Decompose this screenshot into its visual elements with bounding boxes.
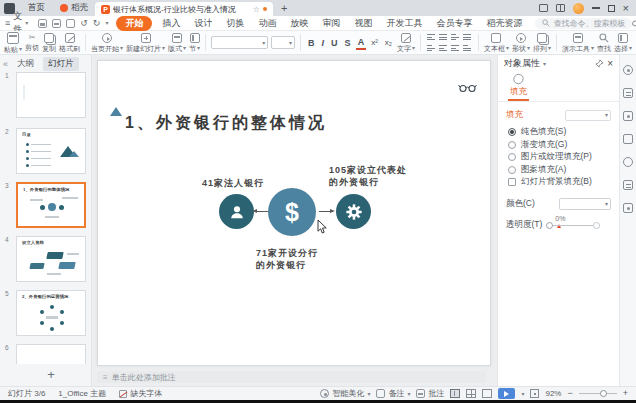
strikethrough-button[interactable]: S [343,37,353,49]
normal-view-button[interactable] [450,389,460,398]
justify-button[interactable] [462,32,473,42]
slide-thumbnail-4[interactable]: 设立人资格 [16,236,86,282]
label-corporate-banks[interactable]: 41家法人银行 [202,177,264,189]
close-button[interactable]: × [623,4,629,12]
underline-button[interactable]: U [329,37,340,49]
play-options-caret-icon[interactable]: ▾ [521,391,524,397]
bold-button[interactable]: B [306,37,317,49]
current-slide[interactable]: 1、外资银行的整体情况 41家法人银行 105家设立代表处 的外资银行 71家开… [97,60,491,366]
animation-pane-icon[interactable] [623,111,633,121]
font-size-select[interactable]: ▾ [271,36,295,49]
menu-tab-insert[interactable]: 插入 [155,17,187,30]
minimize-button[interactable] [592,7,600,9]
redo-icon[interactable]: ↻ [93,19,101,28]
maximize-button[interactable] [608,5,615,12]
align-left-button[interactable] [426,32,437,42]
color-select[interactable]: ▾ [559,198,611,210]
favorite-star-icon[interactable]: ☆ [253,5,260,14]
slide-accent-triangle[interactable] [110,107,122,116]
fill-tab[interactable]: 填充 [508,73,529,101]
slide-title[interactable]: 1、外资银行的整体情况 [125,113,327,134]
menu-tab-design[interactable]: 设计 [187,17,219,30]
quick-access-caret-icon[interactable]: ▾ [105,20,108,26]
presentation-tools-button[interactable]: 演示工具▾ [562,33,594,52]
slide-thumbnail-3-selected[interactable]: 1、外资银行的整体情况 [16,182,86,228]
person-circle-shape[interactable] [219,194,254,229]
reading-view-button[interactable] [482,389,492,398]
paste-button[interactable]: 粘贴▾ [4,32,22,53]
print-icon[interactable] [52,19,61,28]
find-button[interactable]: 查找 [597,33,611,52]
smart-beautify-button[interactable]: 智能美化 ▾ [320,388,370,399]
dollar-circle-shape[interactable]: $ [268,188,316,236]
panel-close-icon[interactable]: × [607,60,613,68]
fill-preset-select[interactable]: ▾ [565,110,611,121]
menu-tab-slideshow[interactable]: 放映 [283,17,315,30]
missing-font-button[interactable]: 缺失字体 [119,388,162,399]
notes-button[interactable]: 备注 ▾ [376,388,410,399]
export-icon[interactable] [66,19,75,28]
arrow-right[interactable] [319,211,331,212]
gear-circle-shape[interactable] [336,194,371,229]
slide-thumbnail-2[interactable]: 目录 [16,128,86,174]
help-icon[interactable] [623,157,633,167]
user-avatar[interactable] [573,3,584,14]
menu-tab-animations[interactable]: 动画 [251,17,283,30]
superscript-button[interactable]: x² [369,37,380,49]
section-button[interactable]: 节▾ [189,33,200,52]
play-from-current-button[interactable]: 当页开始▾ [91,33,123,52]
select-button[interactable]: 选择▾ [614,33,632,52]
fill-option-gradient[interactable]: 渐变填充(G) [498,139,619,152]
panel-caret-icon[interactable]: ▾ [543,61,546,67]
label-representative-offices[interactable]: 105家设立代表处 的外资银行 [329,164,407,188]
line-spacing-button[interactable] [462,43,473,53]
menu-tab-view[interactable]: 视图 [347,17,379,30]
subscript-button[interactable]: x₂ [383,37,394,49]
numbered-list-button[interactable] [438,43,449,53]
save-icon[interactable] [38,19,47,28]
font-color-button[interactable]: A [356,36,367,50]
sync-status-button[interactable]: 未同步 [632,17,636,29]
menu-tab-transitions[interactable]: 切换 [219,17,251,30]
fill-option-solid[interactable]: 纯色填充(S) [498,126,619,139]
tab-outline[interactable]: 大纲 [12,57,39,71]
theme-name[interactable]: 1_Office 主题 [58,388,106,399]
collapse-panel-icon[interactable]: « [3,59,8,69]
window-layout-icon[interactable] [539,4,548,12]
tab-slides[interactable]: 幻灯片 [43,57,79,71]
comment-bar[interactable]: ≡ 单击此处添加批注 [97,371,486,383]
new-slide-button[interactable]: 新建幻灯片▾ [126,33,165,52]
zoom-slider-handle[interactable] [600,390,607,397]
slide-thumbnail-5[interactable]: 2、外资银行的运营情况 [16,290,86,336]
italic-button[interactable]: I [320,37,327,49]
ai-assistant-icon[interactable] [623,65,633,75]
slide-thumbnail-1[interactable]: 银行业概况 [16,72,86,118]
arrow-left[interactable] [256,211,268,212]
arrange-button[interactable]: 排列▾ [533,33,551,52]
undo-icon[interactable]: ↺ [80,19,88,28]
slide-sorter-view-button[interactable] [466,389,476,398]
pin-icon[interactable] [595,59,604,68]
text-tools-button[interactable]: 文字▾ [397,33,415,52]
fit-slide-icon[interactable] [530,389,539,398]
tab-document-active[interactable]: P 银行体系概况-行业比较与准入情况 ☆ [95,2,273,16]
menu-tab-membership[interactable]: 会员专享 [429,17,479,30]
command-search-box[interactable]: 查找命令、搜索模板 [535,18,632,29]
shapes-button[interactable]: 形状▾ [512,33,530,52]
transparency-slider[interactable]: 0% [546,219,600,231]
slide-thumbnail-6-partial[interactable] [16,344,86,364]
new-tab-button[interactable]: + [273,2,295,14]
zoom-in-button[interactable]: + [623,389,628,398]
zoom-out-button[interactable]: − [567,389,572,398]
fill-option-picture-texture[interactable]: 图片或纹理填充(P) [498,151,619,164]
indent-button[interactable] [450,43,461,53]
comments-button[interactable]: 批注 [416,388,444,399]
tab-docer[interactable]: 稻壳 [53,2,95,14]
more-panels-icon[interactable] [623,203,633,213]
fill-option-pattern[interactable]: 图案填充(A) [498,164,619,177]
font-family-select[interactable]: ▾ [211,36,268,49]
fill-section-header[interactable]: 填充 ▾ [498,102,619,126]
reading-glasses-icon[interactable] [458,83,477,93]
fill-option-slide-background[interactable]: 幻灯片背景填充(B) [498,176,619,189]
zoom-level[interactable]: 92% [545,389,561,398]
